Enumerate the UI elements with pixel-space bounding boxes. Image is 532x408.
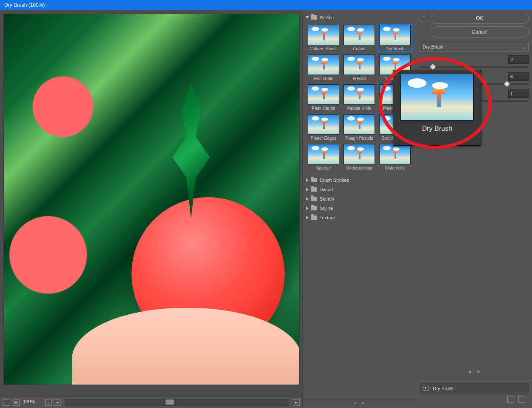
filter-thumb[interactable]: Rough Pastels	[342, 113, 377, 141]
category-label: Texture	[320, 215, 335, 220]
filter-thumb[interactable]: Underpainting	[342, 143, 377, 171]
filter-thumb-image	[308, 55, 339, 75]
filter-thumb-image	[343, 55, 375, 75]
window-title: Dry Brush (100%)	[4, 2, 45, 8]
effect-layer-row[interactable]: Dry Brush	[420, 384, 528, 393]
filter-thumb-label: Sponge	[316, 166, 331, 170]
filter-dropdown-value: Dry Brush	[423, 44, 443, 49]
window-titlebar: Dry Brush (100%)	[0, 0, 532, 10]
filter-thumb[interactable]: Cutout	[342, 24, 377, 52]
filter-thumb-image	[308, 144, 339, 164]
effect-layers-panel: Dry Brush	[420, 383, 529, 394]
folder-icon	[311, 15, 317, 20]
large-thumbnail-label: Dry Brush	[422, 125, 452, 132]
filter-thumb[interactable]: Poster Edges	[306, 113, 341, 141]
filter-thumb[interactable]: Dry Brush	[378, 24, 412, 52]
filter-thumb-image	[343, 84, 375, 105]
filter-thumb-label: Colored Pencil	[309, 46, 337, 51]
settings-column: ⌃ OK Cancel Dry Brush ⌄ Dry Brush ◂ ▸	[416, 10, 532, 408]
filter-thumb[interactable]: Colored Pencil	[306, 24, 341, 52]
disclosure-triangle-icon	[306, 178, 309, 182]
filter-thumb[interactable]: Palette Knife	[342, 83, 377, 112]
disclosure-triangle-icon	[306, 216, 309, 219]
category-label: Brush Strokes	[320, 178, 349, 183]
scroll-right-icon[interactable]: ▸	[362, 400, 364, 405]
scroll-left-icon[interactable]: ◂	[354, 400, 356, 405]
param-brush-size-input[interactable]	[508, 55, 529, 64]
param-brush-size-slider[interactable]	[420, 66, 529, 68]
filter-thumb-label: Poster Edges	[311, 136, 336, 141]
filter-dropdown[interactable]: Dry Brush ⌄	[420, 42, 529, 52]
filter-thumb-label: Watercolor	[385, 166, 405, 170]
folder-icon	[311, 215, 317, 220]
filter-thumb-label: Dry Brush	[386, 46, 404, 51]
category-artistic[interactable]: Artistic	[303, 13, 416, 22]
filter-thumb-image	[308, 25, 339, 45]
filter-thumb-label: Paint Daubs	[312, 106, 335, 111]
visibility-eye-icon[interactable]	[423, 386, 429, 391]
filter-thumb-image	[379, 25, 411, 45]
category-brush-strokes[interactable]: Brush Strokes	[303, 175, 416, 185]
filter-thumb-image	[343, 144, 375, 164]
chevron-down-icon: ⌄	[522, 45, 526, 49]
filter-thumb-image	[343, 25, 375, 45]
category-label: Sketch	[320, 196, 334, 201]
filter-thumb-label: Rough Pastels	[345, 136, 373, 141]
category-label: Distort	[320, 187, 333, 192]
fit-screen-icon[interactable]	[12, 399, 20, 406]
filter-thumb-label: Palette Knife	[347, 106, 372, 111]
category-stylize[interactable]: Stylize	[303, 204, 416, 213]
zoom-out-icon[interactable]	[3, 399, 10, 406]
param-texture-input[interactable]	[508, 89, 529, 98]
folder-icon	[311, 178, 317, 182]
ok-button[interactable]: OK	[431, 13, 529, 24]
scroll-right-icon[interactable]: ▸	[293, 399, 300, 406]
filter-thumb-image	[343, 114, 375, 135]
large-thumbnail-preview: Dry Brush	[393, 70, 481, 146]
prev-filter-icon[interactable]: ◂	[468, 368, 471, 374]
filter-thumb-image	[379, 144, 411, 164]
category-sketch[interactable]: Sketch	[303, 194, 416, 204]
category-distort[interactable]: Distort	[303, 185, 416, 194]
horizontal-scrollbar[interactable]	[65, 399, 289, 406]
cancel-button[interactable]: Cancel	[431, 26, 529, 37]
disclosure-triangle-icon	[306, 188, 309, 191]
param-brush-detail-input[interactable]	[508, 72, 529, 81]
scroll-left-icon[interactable]: ◂	[54, 399, 60, 406]
new-effect-layer-icon[interactable]	[507, 396, 514, 403]
category-texture[interactable]: Texture	[303, 213, 416, 222]
zoom-percent[interactable]: 100%	[21, 399, 43, 406]
filter-thumb-label: Fresco	[353, 76, 366, 81]
disclosure-triangle-icon	[306, 207, 309, 210]
preview-column: 100% ⌄ ◂ ▸	[0, 10, 302, 408]
filter-thumb-image	[308, 84, 339, 105]
delete-effect-layer-icon[interactable]	[518, 396, 525, 403]
filter-thumb-label: Underpainting	[346, 166, 372, 170]
filter-thumb[interactable]: Sponge	[306, 143, 341, 171]
filter-thumb[interactable]: Watercolor	[378, 143, 412, 171]
folder-icon	[311, 197, 317, 201]
zoom-dropdown-icon[interactable]: ⌄	[45, 399, 52, 406]
next-filter-icon[interactable]: ▸	[478, 368, 480, 374]
filter-thumb-image	[308, 114, 339, 135]
disclosure-triangle-icon	[306, 16, 309, 19]
category-label: Artistic	[320, 15, 334, 20]
filter-thumb-label: Cutout	[353, 46, 365, 51]
category-label: Stylize	[320, 206, 333, 211]
folder-icon	[311, 206, 317, 210]
zoom-bar: 100% ⌄ ◂ ▸	[0, 397, 302, 408]
effect-layer-name: Dry Brush	[433, 386, 454, 391]
filter-thumb[interactable]: Paint Daubs	[306, 83, 341, 112]
filter-thumb[interactable]: Fresco	[342, 54, 377, 82]
filter-thumb-label: Film Grain	[314, 76, 333, 81]
gallery-scroll-footer: ◂ ▸	[303, 399, 416, 405]
image-preview[interactable]	[3, 14, 300, 385]
filter-thumb[interactable]: Film Grain	[306, 54, 341, 82]
folder-icon	[311, 187, 317, 192]
collapse-toggle-icon[interactable]: ⌃	[420, 13, 428, 21]
disclosure-triangle-icon	[306, 197, 309, 201]
large-thumbnail-image	[400, 74, 474, 121]
